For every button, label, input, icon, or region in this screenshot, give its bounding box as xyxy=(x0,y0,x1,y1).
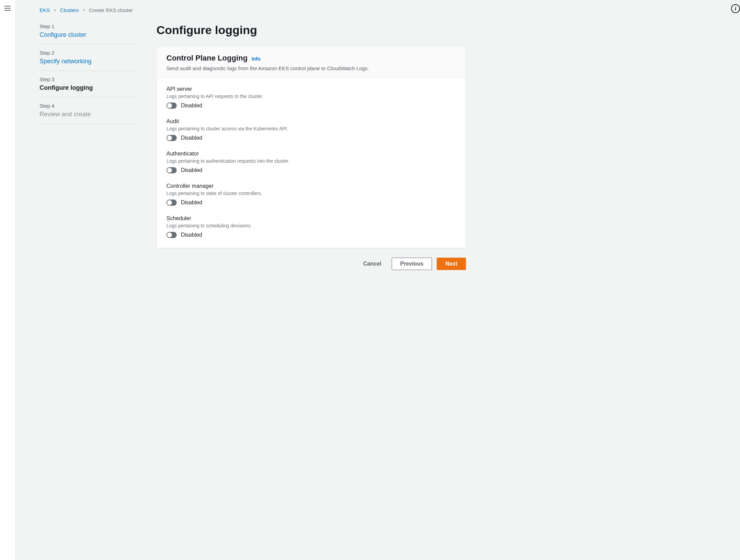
field-authenticator: Authenticator Logs pertaining to authent… xyxy=(166,151,456,173)
toggle-state-label: Disabled xyxy=(181,232,202,238)
field-label: API server xyxy=(166,86,456,92)
field-scheduler: Scheduler Logs pertaining to scheduling … xyxy=(166,215,456,238)
toggle-state-label: Disabled xyxy=(181,167,202,173)
field-description: Logs pertaining to scheduling decisions. xyxy=(166,223,456,228)
field-description: Logs pertaining to state of cluster cont… xyxy=(166,191,456,196)
step-link-configure-cluster[interactable]: Configure cluster xyxy=(40,31,136,39)
chevron-right-icon: › xyxy=(83,7,85,13)
help-info-icon[interactable]: i xyxy=(731,4,740,13)
breadcrumb: EKS › Clusters › Create EKS cluster xyxy=(40,7,716,13)
step-item: Step 2 Specify networking xyxy=(40,44,136,71)
field-description: Logs pertaining to authentication reques… xyxy=(166,158,456,164)
toggle-state-label: Disabled xyxy=(181,200,202,206)
step-label: Step 4 xyxy=(40,103,136,109)
sidebar-toggle xyxy=(0,0,15,560)
breadcrumb-link-eks[interactable]: EKS xyxy=(40,7,50,13)
toggle-scheduler[interactable] xyxy=(166,232,177,238)
toggle-state-label: Disabled xyxy=(181,103,202,109)
field-label: Audit xyxy=(166,118,456,125)
step-disabled-review-create: Review and create xyxy=(40,111,136,118)
toggle-state-label: Disabled xyxy=(181,135,202,141)
toggle-controller-manager[interactable] xyxy=(166,200,177,206)
step-item: Step 1 Configure cluster xyxy=(40,23,136,44)
panel-body: API server Logs pertaining to API reques… xyxy=(157,78,466,248)
toggle-audit[interactable] xyxy=(166,135,177,141)
previous-button[interactable]: Previous xyxy=(392,258,432,270)
panel-title: Control Plane Logging xyxy=(166,54,248,63)
step-label: Step 1 xyxy=(40,23,136,29)
panel-header: Control Plane Logging Info Send audit an… xyxy=(157,47,466,78)
steps-nav: Step 1 Configure cluster Step 2 Specify … xyxy=(40,23,136,270)
step-item: Step 4 Review and create xyxy=(40,97,136,124)
info-link[interactable]: Info xyxy=(252,56,261,62)
toggle-authenticator[interactable] xyxy=(166,167,177,173)
breadcrumb-link-clusters[interactable]: Clusters xyxy=(60,7,79,13)
wizard-actions: Cancel Previous Next xyxy=(156,258,466,270)
field-controller-manager: Controller manager Logs pertaining to st… xyxy=(166,183,456,206)
step-current-configure-logging: Configure logging xyxy=(40,84,136,91)
panel-description: Send audit and diagnostic logs from the … xyxy=(166,65,456,71)
cancel-button[interactable]: Cancel xyxy=(358,258,387,270)
field-label: Controller manager xyxy=(166,183,456,189)
toggle-api-server[interactable] xyxy=(166,103,177,109)
page-title: Configure logging xyxy=(156,23,466,37)
breadcrumb-current: Create EKS cluster xyxy=(89,7,133,13)
field-label: Scheduler xyxy=(166,215,456,222)
step-item: Step 3 Configure logging xyxy=(40,71,136,97)
step-label: Step 2 xyxy=(40,50,136,56)
next-button[interactable]: Next xyxy=(437,258,466,270)
field-api-server: API server Logs pertaining to API reques… xyxy=(166,86,456,109)
field-audit: Audit Logs pertaining to cluster access … xyxy=(166,118,456,141)
chevron-right-icon: › xyxy=(54,7,56,13)
step-label: Step 3 xyxy=(40,76,136,82)
field-label: Authenticator xyxy=(166,151,456,157)
hamburger-icon[interactable] xyxy=(3,4,12,12)
step-link-specify-networking[interactable]: Specify networking xyxy=(40,58,136,65)
control-plane-logging-panel: Control Plane Logging Info Send audit an… xyxy=(156,46,466,248)
field-description: Logs pertaining to API requests to the c… xyxy=(166,94,456,99)
field-description: Logs pertaining to cluster access via th… xyxy=(166,126,456,131)
